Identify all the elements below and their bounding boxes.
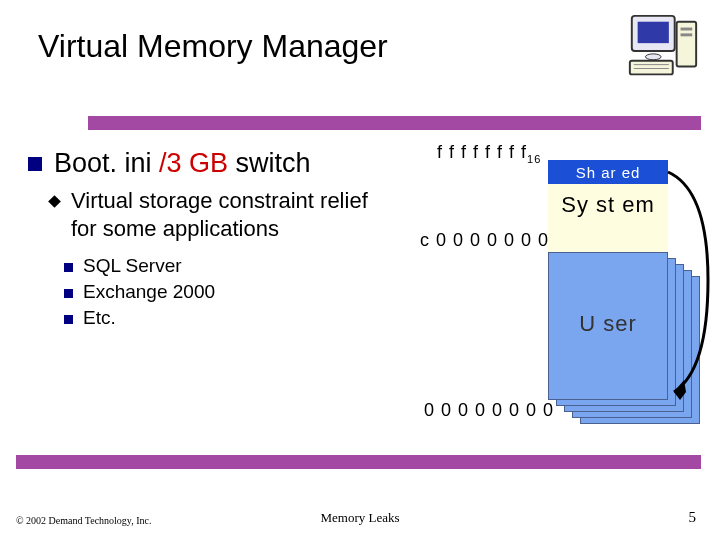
user-card: U ser [548, 252, 668, 400]
svg-rect-3 [681, 28, 693, 31]
svg-point-8 [645, 54, 661, 60]
user-label: U ser [549, 311, 667, 337]
user-region-stack: U ser [548, 252, 668, 422]
square-bullet-icon [64, 263, 73, 272]
diamond-bullet-icon [48, 195, 61, 208]
computer-icon [624, 10, 702, 88]
page-number: 5 [689, 509, 697, 526]
footer-title: Memory Leaks [0, 510, 720, 526]
square-bullet-icon [64, 315, 73, 324]
svg-rect-4 [681, 33, 693, 36]
square-bullet-icon [64, 289, 73, 298]
slide-title: Virtual Memory Manager [38, 28, 388, 65]
content-area: Boot. ini /3 GB switch Virtual storage c… [28, 148, 398, 333]
list-item: Etc. [83, 307, 116, 329]
system-region: Sy st em [548, 184, 668, 252]
main-bullet-text: Boot. ini /3 GB switch [54, 148, 311, 179]
svg-rect-1 [638, 22, 669, 43]
list-item: SQL Server [83, 255, 182, 277]
divider-top [88, 116, 701, 130]
address-mid: c 0 0 0 0 0 0 016 [420, 230, 563, 253]
divider-bottom [16, 455, 701, 469]
address-top: f f f f f f f f16 [437, 142, 541, 165]
list-item: Exchange 2000 [83, 281, 215, 303]
shared-region: Sh ar ed [548, 160, 668, 184]
sub-bullet-text: Virtual storage constraint relief for so… [71, 187, 398, 243]
square-bullet-icon [28, 157, 42, 171]
svg-rect-5 [630, 61, 673, 75]
memory-diagram: Sh ar ed Sy st em [548, 160, 668, 252]
address-bottom: 0 0 0 0 0 0 0 0 [424, 400, 554, 421]
